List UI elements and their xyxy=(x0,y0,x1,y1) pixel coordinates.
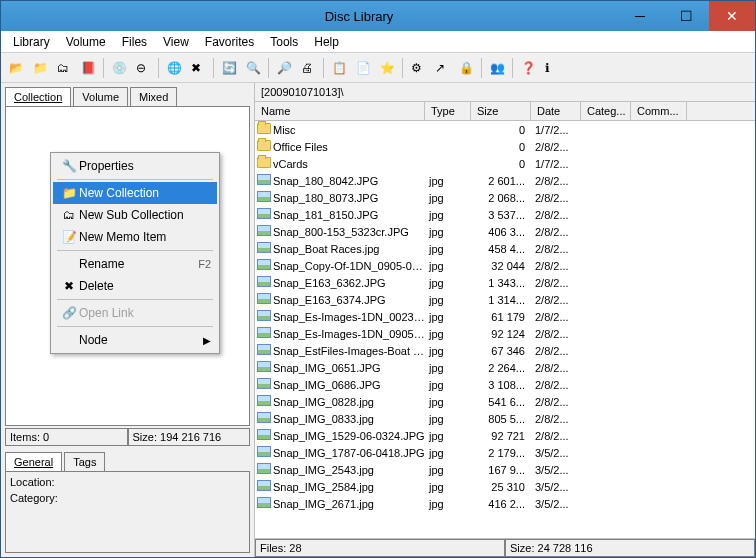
file-size: 61 179 xyxy=(471,311,531,323)
file-row[interactable]: Snap_Copy-Of-1DN_0905-06...jpg32 0442/8/… xyxy=(255,257,755,274)
ctx-new-memo-item[interactable]: 📝New Memo Item xyxy=(53,226,217,248)
file-row[interactable]: Snap_IMG_2543.jpgjpg167 9...3/5/2... xyxy=(255,461,755,478)
file-row[interactable]: Snap_IMG_0686.JPGjpg3 108...2/8/2... xyxy=(255,376,755,393)
file-row[interactable]: Snap_IMG_0833.jpgjpg805 5...2/8/2... xyxy=(255,410,755,427)
paste-icon: 📄 xyxy=(356,61,370,75)
file-name: Snap_181_8150.JPG xyxy=(273,209,425,221)
file-row[interactable]: Snap_180_8073.JPGjpg2 068...2/8/2... xyxy=(255,189,755,206)
about-icon: ℹ xyxy=(545,61,559,75)
menu-volume[interactable]: Volume xyxy=(58,33,114,51)
toolbar-delete-button[interactable]: ✖ xyxy=(187,57,209,79)
toolbar-folder-sub-button[interactable]: 🗂 xyxy=(53,57,75,79)
close-button[interactable]: ✕ xyxy=(709,1,755,31)
file-row[interactable]: Office Files02/8/2... xyxy=(255,138,755,155)
column-header-name[interactable]: Name xyxy=(255,102,425,120)
minimize-button[interactable]: ─ xyxy=(617,1,663,31)
tab-mixed[interactable]: Mixed xyxy=(130,87,177,106)
file-row[interactable]: Snap_E163_6374.JPGjpg1 314...2/8/2... xyxy=(255,291,755,308)
context-menu[interactable]: 🔧Properties📁New Collection🗂New Sub Colle… xyxy=(50,152,220,354)
maximize-button[interactable]: ☐ xyxy=(663,1,709,31)
file-date: 2/8/2... xyxy=(531,192,581,204)
help-icon: ❓ xyxy=(521,61,535,75)
file-size: 2 179... xyxy=(471,447,531,459)
file-row[interactable]: Snap_Es-Images-1DN_0023-...jpg61 1792/8/… xyxy=(255,308,755,325)
file-row[interactable]: Snap_181_8150.JPGjpg3 537...2/8/2... xyxy=(255,206,755,223)
toolbar-disc-add-button[interactable]: 💿 xyxy=(108,57,130,79)
toolbar-globe-button[interactable]: 🌐 xyxy=(163,57,185,79)
column-header-date[interactable]: Date xyxy=(531,102,581,120)
menu-tools[interactable]: Tools xyxy=(262,33,306,51)
file-row[interactable]: Misc01/7/2... xyxy=(255,121,755,138)
menu-files[interactable]: Files xyxy=(114,33,155,51)
file-list[interactable]: Misc01/7/2...Office Files02/8/2...vCards… xyxy=(255,121,755,538)
toolbar-export-button[interactable]: ↗ xyxy=(431,57,453,79)
tab-general[interactable]: General xyxy=(5,452,62,471)
tab-collection[interactable]: Collection xyxy=(5,87,71,106)
file-row[interactable]: Snap_Es-Images-1DN_0905-...jpg92 1242/8/… xyxy=(255,325,755,342)
column-header-size[interactable]: Size xyxy=(471,102,531,120)
ctx-shortcut: F2 xyxy=(198,258,211,270)
file-row[interactable]: Snap_800-153_5323cr.JPGjpg406 3...2/8/2.… xyxy=(255,223,755,240)
menu-view[interactable]: View xyxy=(155,33,197,51)
column-header-comm[interactable]: Comm... xyxy=(631,102,687,120)
toolbar-folder-open-button[interactable]: 📂 xyxy=(5,57,27,79)
ctx-new-sub-collection[interactable]: 🗂New Sub Collection xyxy=(53,204,217,226)
file-size: 2 264... xyxy=(471,362,531,374)
toolbar-search2-button[interactable]: 🔎 xyxy=(273,57,295,79)
column-header-type[interactable]: Type xyxy=(425,102,471,120)
toolbar-folder-new-button[interactable]: 📁 xyxy=(29,57,51,79)
refresh-icon: 🔄 xyxy=(222,61,236,75)
toolbar-star-button[interactable]: ⭐ xyxy=(376,57,398,79)
menu-favorites[interactable]: Favorites xyxy=(197,33,262,51)
toolbar-paste-button[interactable]: 📄 xyxy=(352,57,374,79)
column-header-categ[interactable]: Categ... xyxy=(581,102,631,120)
ctx-separator xyxy=(57,250,213,251)
toolbar-copy-button[interactable]: 📋 xyxy=(328,57,350,79)
toolbar-lock-button[interactable]: 🔒 xyxy=(455,57,477,79)
toolbar-refresh-button[interactable]: 🔄 xyxy=(218,57,240,79)
toolbar-book-button[interactable]: 📕 xyxy=(77,57,99,79)
menu-library[interactable]: Library xyxy=(5,33,58,51)
file-name: Snap_180_8042.JPG xyxy=(273,175,425,187)
toolbar-gear-button[interactable]: ⚙ xyxy=(407,57,429,79)
toolbar-print-button[interactable]: 🖨 xyxy=(297,57,319,79)
file-date: 2/8/2... xyxy=(531,362,581,374)
file-size: 67 346 xyxy=(471,345,531,357)
ctx-delete[interactable]: ✖Delete xyxy=(53,275,217,297)
toolbar-about-button[interactable]: ℹ xyxy=(541,57,563,79)
tab-tags[interactable]: Tags xyxy=(64,452,105,471)
search2-icon: 🔎 xyxy=(277,61,291,75)
search-icon: 🔍 xyxy=(246,61,260,75)
ctx-new-collection[interactable]: 📁New Collection xyxy=(53,182,217,204)
toolbar-search-button[interactable]: 🔍 xyxy=(242,57,264,79)
tab-volume[interactable]: Volume xyxy=(73,87,128,106)
toolbar-separator xyxy=(213,58,214,78)
file-row[interactable]: Snap_E163_6362.JPGjpg1 343...2/8/2... xyxy=(255,274,755,291)
file-name: Snap_IMG_0686.JPG xyxy=(273,379,425,391)
file-row[interactable]: Snap_IMG_1529-06-0324.JPGjpg92 7212/8/2.… xyxy=(255,427,755,444)
file-row[interactable]: Snap_IMG_0651.JPGjpg2 264...2/8/2... xyxy=(255,359,755,376)
toolbar-help-button[interactable]: ❓ xyxy=(517,57,539,79)
file-row[interactable]: vCards01/7/2... xyxy=(255,155,755,172)
file-date: 2/8/2... xyxy=(531,413,581,425)
file-date: 3/5/2... xyxy=(531,464,581,476)
file-row[interactable]: Snap_IMG_2671.jpgjpg416 2...3/5/2... xyxy=(255,495,755,512)
file-size: 92 721 xyxy=(471,430,531,442)
file-row[interactable]: Snap_IMG_2584.jpgjpg25 3103/5/2... xyxy=(255,478,755,495)
file-row[interactable]: Snap_IMG_0828.jpgjpg541 6...2/8/2... xyxy=(255,393,755,410)
ctx-node[interactable]: Node▶ xyxy=(53,329,217,351)
menu-help[interactable]: Help xyxy=(306,33,347,51)
ctx-properties[interactable]: 🔧Properties xyxy=(53,155,217,177)
file-row[interactable]: Snap_Boat Races.jpgjpg458 4...2/8/2... xyxy=(255,240,755,257)
file-row[interactable]: Snap_EstFiles-Images-Boat R...jpg67 3462… xyxy=(255,342,755,359)
toolbar-disc-remove-button[interactable]: ⊖ xyxy=(132,57,154,79)
file-name: Snap_IMG_0828.jpg xyxy=(273,396,425,408)
file-row[interactable]: Snap_IMG_1787-06-0418.JPGjpg2 179...3/5/… xyxy=(255,444,755,461)
file-date: 1/7/2... xyxy=(531,124,581,136)
toolbar-users-button[interactable]: 👥 xyxy=(486,57,508,79)
ctx-rename[interactable]: RenameF2 xyxy=(53,253,217,275)
breadcrumb[interactable]: [200901071013]\ xyxy=(255,83,755,102)
delete-icon: ✖ xyxy=(191,61,205,75)
file-name: Snap_Es-Images-1DN_0023-... xyxy=(273,311,425,323)
file-row[interactable]: Snap_180_8042.JPGjpg2 601...2/8/2... xyxy=(255,172,755,189)
